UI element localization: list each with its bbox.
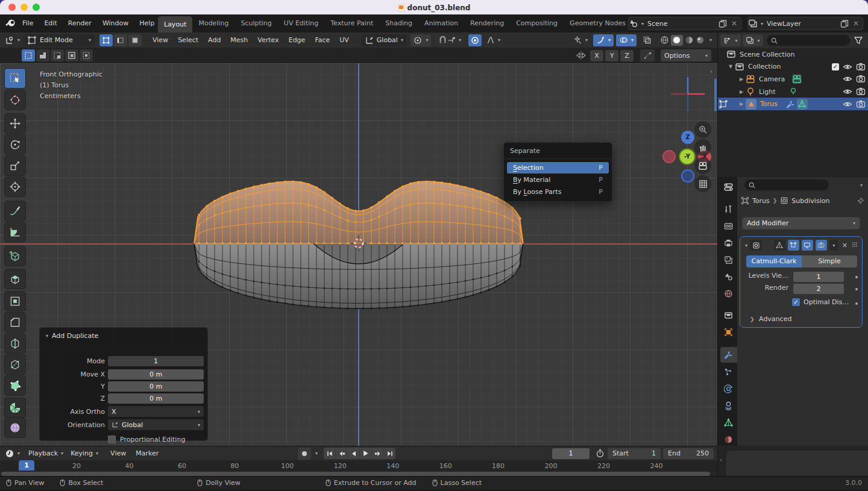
outliner-search-input[interactable]	[767, 35, 850, 46]
optimal-display-checkbox[interactable]: ✓	[792, 298, 800, 306]
viewport-scrollbar[interactable]	[714, 78, 717, 111]
tool-annotate[interactable]	[5, 201, 25, 220]
select-mode-extend-button[interactable]	[36, 49, 49, 61]
new-viewlayer-icon[interactable]	[840, 19, 849, 28]
xray-toggle[interactable]	[640, 34, 655, 46]
menu-face[interactable]: Face	[310, 36, 335, 44]
gizmo-z-neg-axis[interactable]	[681, 169, 694, 183]
move-y-field[interactable]: 0 m	[108, 381, 204, 392]
filter-funnel-icon[interactable]	[854, 36, 863, 45]
tab-uv-editing[interactable]: UV Editing	[278, 14, 324, 33]
menu-timeline-view[interactable]: View	[105, 449, 131, 457]
blender-logo-icon[interactable]	[5, 17, 17, 30]
vertex-select-mode-button[interactable]	[99, 34, 113, 46]
show-in-viewport-toggle[interactable]	[802, 240, 813, 251]
tool-loop-cut[interactable]	[5, 334, 25, 353]
new-scene-icon[interactable]	[718, 19, 728, 28]
advanced-section-toggle[interactable]: ❯ Advanced	[750, 315, 791, 323]
play-button[interactable]	[360, 448, 371, 459]
animate-dot[interactable]	[855, 276, 858, 278]
tab-compositing[interactable]: Compositing	[510, 14, 564, 33]
menu-mesh[interactable]: Mesh	[225, 36, 253, 44]
menu-uv[interactable]: UV	[335, 36, 354, 44]
delete-modifier-icon[interactable]: ✕	[841, 242, 849, 249]
tool-bevel[interactable]	[5, 313, 25, 332]
gizmos-toggle[interactable]: ▾	[593, 34, 614, 46]
proportional-editing-toggle[interactable]	[468, 34, 482, 46]
collapse-panel-icon[interactable]: ▾	[46, 333, 48, 339]
menu-item-by-material[interactable]: By Material P	[507, 174, 609, 186]
move-z-field[interactable]: 0 m	[108, 393, 204, 404]
shading-material-button[interactable]	[685, 36, 694, 45]
prev-keyframe-button[interactable]	[336, 448, 347, 459]
tab-constraints[interactable]	[719, 398, 737, 413]
outliner-row-scene-collection[interactable]: Scene Collection	[718, 48, 868, 61]
transform-orientation-dropdown[interactable]: Global▾	[361, 34, 407, 46]
camera-render-icon[interactable]	[856, 99, 866, 109]
outliner-filter-dropdown[interactable]: ▾	[743, 34, 763, 46]
options-dropdown[interactable]: Options▾	[661, 49, 711, 61]
menu-edit[interactable]: Edit	[39, 14, 62, 33]
timeline-editor-type-icon[interactable]: ▾	[5, 449, 20, 458]
tool-poly-build[interactable]	[5, 376, 25, 395]
menu-vertex[interactable]: Vertex	[253, 36, 283, 44]
disclosure-triangle-icon[interactable]: ▶	[737, 89, 746, 95]
scene-name[interactable]: Scene	[644, 20, 668, 28]
modifier-wrench-icon[interactable]	[786, 99, 796, 109]
timeline-ruler[interactable]: 1 20406080100120140160180200220240	[0, 460, 717, 472]
disclosure-triangle-icon[interactable]: ▼	[726, 64, 735, 69]
collapse-modifier-icon[interactable]: ▾	[745, 243, 747, 248]
tab-rendering[interactable]: Rendering	[464, 14, 510, 33]
outliner-row-light[interactable]: ▶ Light	[718, 86, 868, 98]
tab-output[interactable]	[719, 235, 737, 251]
tab-scene[interactable]	[719, 269, 737, 284]
tab-layout[interactable]: Layout	[158, 16, 192, 33]
camera-render-icon[interactable]	[856, 74, 866, 84]
tool-measure[interactable]	[5, 222, 25, 242]
camera-render-icon[interactable]	[856, 87, 866, 96]
mirror-x-button[interactable]: X	[590, 50, 603, 61]
tab-modeling[interactable]: Modeling	[192, 14, 234, 33]
shading-options-dropdown[interactable]: ▾	[709, 37, 712, 43]
gizmo-z-axis[interactable]: Z	[681, 131, 694, 144]
menu-add[interactable]: Add	[203, 36, 225, 44]
mirror-z-button[interactable]: Z	[620, 50, 634, 61]
collection-checkbox[interactable]: ✓	[832, 63, 839, 70]
menu-view[interactable]: View	[148, 36, 173, 44]
tab-render[interactable]	[719, 218, 737, 234]
pan-view-button[interactable]	[694, 139, 711, 156]
simple-button[interactable]: Simple	[802, 255, 857, 267]
show-gizmo-dropdown[interactable]: ▾	[570, 34, 591, 46]
tab-physics[interactable]	[719, 381, 737, 396]
select-mode-intersect-button[interactable]	[80, 49, 93, 61]
outliner-display-mode-dropdown[interactable]: ▾	[720, 34, 741, 46]
tab-sculpting[interactable]: Sculpting	[234, 14, 277, 33]
tool-knife[interactable]	[5, 355, 25, 374]
show-in-render-toggle[interactable]	[816, 240, 827, 251]
light-data-icon[interactable]	[788, 87, 798, 96]
proportional-editing-checkbox[interactable]: ✓	[108, 436, 116, 443]
tab-collection-props[interactable]	[719, 307, 737, 323]
orientation-dropdown[interactable]: Global▾	[108, 419, 204, 430]
tool-spin[interactable]	[5, 398, 25, 418]
shading-rendered-button[interactable]	[696, 36, 705, 45]
tool-extrude-region[interactable]	[5, 269, 25, 289]
axis-ortho-dropdown[interactable]: X▾	[108, 406, 204, 417]
menu-select[interactable]: Select	[173, 36, 203, 44]
show-on-cage-toggle[interactable]	[774, 240, 785, 251]
collapse-corner-arrow[interactable]: ‹	[720, 457, 722, 463]
tab-geometry-nodes[interactable]: Geometry Nodes	[564, 14, 627, 33]
gizmo-y-axis[interactable]: -Y	[680, 149, 694, 164]
menu-window[interactable]: Window	[97, 14, 134, 33]
catmull-clark-button[interactable]: Catmull-Clark	[746, 255, 802, 267]
add-modifier-dropdown[interactable]: Add Modifier▾	[742, 217, 860, 230]
camera-data-icon[interactable]	[792, 74, 802, 84]
menu-item-by-loose-parts[interactable]: By Loose Parts P	[507, 186, 609, 198]
tool-inset-faces[interactable]	[5, 292, 25, 311]
menu-help[interactable]: Help	[134, 14, 160, 33]
eye-icon[interactable]	[843, 62, 852, 72]
eye-icon[interactable]	[843, 74, 852, 84]
current-frame-field[interactable]: 1	[552, 448, 590, 459]
tab-tool[interactable]	[719, 201, 737, 217]
start-frame-field[interactable]: Start1	[608, 448, 661, 459]
